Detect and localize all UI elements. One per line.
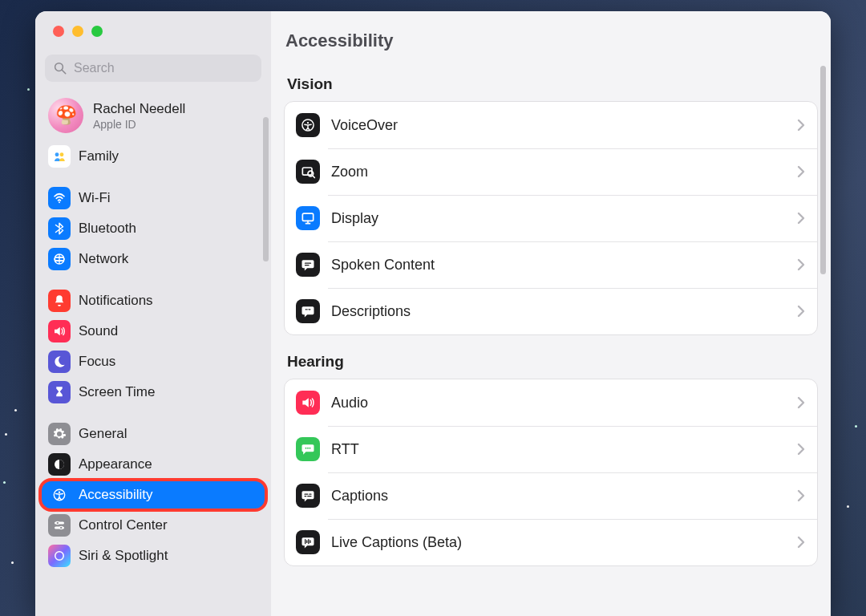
family-icon <box>48 145 71 168</box>
row-label: Zoom <box>331 164 796 180</box>
svg-point-13 <box>60 526 63 529</box>
svg-rect-28 <box>309 494 311 495</box>
sidebar-item-sound[interactable]: Sound <box>40 316 266 346</box>
panel-hearing: Audio RTT Captions <box>284 379 818 566</box>
sidebar-item-label: Family <box>79 148 119 164</box>
accessibility-icon <box>48 484 71 506</box>
sidebar-item-general[interactable]: General <box>40 419 266 449</box>
row-display[interactable]: Display <box>285 195 817 241</box>
search-input[interactable] <box>74 61 253 75</box>
zoom-window-button[interactable] <box>91 26 103 37</box>
sidebar-item-label: Wi-Fi <box>79 190 111 206</box>
sidebar-item-siri-spotlight[interactable]: Siri & Spotlight <box>40 541 266 571</box>
svg-point-25 <box>307 448 309 449</box>
sidebar-item-label: Screen Time <box>79 384 155 400</box>
row-spoken-content[interactable]: Spoken Content <box>285 241 817 288</box>
row-audio[interactable]: Audio <box>285 379 817 426</box>
sidebar-item-focus[interactable]: Focus <box>40 346 266 377</box>
sidebar-item-screentime[interactable]: Screen Time <box>40 377 266 407</box>
sidebar-item-apple-id[interactable]: 🍄 Rachel Needell Apple ID <box>40 90 266 141</box>
main-scrollbar[interactable] <box>820 66 826 274</box>
search-icon <box>53 61 67 75</box>
sidebar-item-label: Sound <box>79 323 118 339</box>
svg-rect-20 <box>302 213 313 221</box>
bluetooth-icon <box>48 217 71 240</box>
svg-rect-27 <box>304 494 308 495</box>
sidebar-item-accessibility[interactable]: Accessibility <box>40 480 266 510</box>
svg-rect-30 <box>307 496 311 496</box>
live-captions-icon <box>296 530 320 554</box>
voiceover-icon <box>296 113 320 137</box>
sidebar-item-label: Focus <box>79 354 115 370</box>
svg-point-9 <box>59 491 60 492</box>
sidebar-item-label: Notifications <box>79 293 153 309</box>
row-zoom[interactable]: Zoom <box>285 148 817 195</box>
quote-bubble-icon: ”” <box>296 299 320 323</box>
search-field[interactable] <box>45 55 261 82</box>
siri-icon <box>48 545 71 567</box>
row-label: RTT <box>331 441 796 458</box>
svg-point-4 <box>59 201 60 203</box>
sidebar-item-label: Siri & Spotlight <box>79 548 168 564</box>
svg-line-19 <box>313 176 315 178</box>
svg-point-2 <box>55 152 59 156</box>
network-icon <box>48 248 71 270</box>
sidebar-item-notifications[interactable]: Notifications <box>40 286 266 316</box>
sidebar-item-label: Accessibility <box>79 487 153 503</box>
row-live-captions[interactable]: Live Captions (Beta) <box>285 519 817 565</box>
svg-rect-21 <box>305 263 311 264</box>
row-label: Audio <box>331 395 796 411</box>
traffic-lights <box>35 11 271 37</box>
panel-vision: VoiceOver Zoom Display <box>284 101 818 335</box>
sliders-icon <box>48 514 71 537</box>
chevron-right-icon <box>796 488 806 503</box>
appearance-icon <box>48 453 71 476</box>
display-icon <box>296 206 320 230</box>
sound-icon <box>48 320 71 342</box>
chevron-right-icon <box>796 257 806 272</box>
close-window-button[interactable] <box>53 26 64 37</box>
sidebar-item-bluetooth[interactable]: Bluetooth <box>40 213 266 244</box>
sidebar-item-label: Bluetooth <box>79 221 136 237</box>
main-pane: Accessibility Vision VoiceOver Zoom <box>271 11 831 616</box>
sidebar-item-wifi[interactable]: Wi-Fi <box>40 183 266 213</box>
sidebar-item-family[interactable]: Family <box>40 141 266 172</box>
wifi-icon <box>48 187 71 209</box>
sidebar-item-label: Control Center <box>79 517 168 533</box>
sidebar-item-control-center[interactable]: Control Center <box>40 510 266 541</box>
row-label: VoiceOver <box>331 117 796 134</box>
chevron-right-icon <box>796 442 806 456</box>
svg-text:””: ”” <box>305 307 311 314</box>
sidebar-item-appearance[interactable]: Appearance <box>40 449 266 480</box>
hourglass-icon <box>48 381 71 403</box>
rtt-icon <box>296 437 320 461</box>
page-title: Accessibility <box>271 11 831 58</box>
row-label: Live Captions (Beta) <box>331 534 796 551</box>
section-title-hearing: Hearing <box>287 353 818 371</box>
row-rtt[interactable]: RTT <box>285 426 817 472</box>
avatar: 🍄 <box>48 98 83 133</box>
sidebar-scrollbar[interactable] <box>263 117 269 261</box>
sidebar-item-network[interactable]: Network <box>40 244 266 274</box>
minimize-window-button[interactable] <box>72 26 83 37</box>
chevron-right-icon <box>796 304 806 318</box>
bell-icon <box>48 290 71 312</box>
row-captions[interactable]: Captions <box>285 472 817 519</box>
row-voiceover[interactable]: VoiceOver <box>285 102 817 148</box>
chevron-right-icon <box>796 118 806 132</box>
audio-icon <box>296 391 320 415</box>
svg-line-1 <box>62 70 66 74</box>
chevron-right-icon <box>796 535 806 549</box>
svg-rect-22 <box>305 265 310 265</box>
row-descriptions[interactable]: ”” Descriptions <box>285 288 817 334</box>
sidebar-item-label: Appearance <box>79 456 152 472</box>
captions-icon <box>296 484 320 508</box>
svg-point-24 <box>306 448 307 449</box>
row-label: Captions <box>331 488 796 505</box>
sidebar-item-label: General <box>79 426 127 442</box>
zoom-icon <box>296 160 320 184</box>
section-title-vision: Vision <box>287 75 818 93</box>
gear-icon <box>48 423 71 445</box>
svg-point-14 <box>55 552 64 561</box>
row-label: Display <box>331 210 796 227</box>
